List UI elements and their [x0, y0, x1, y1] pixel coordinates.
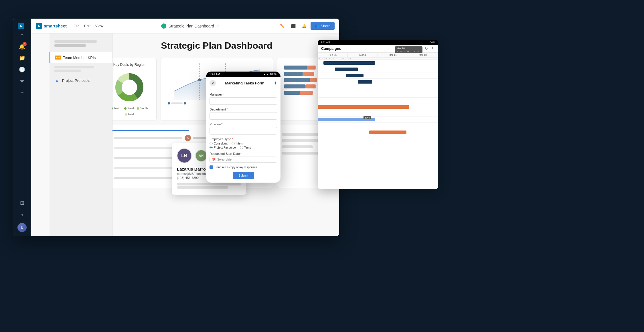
team-kpis-label: Team Member KPIs: [63, 56, 96, 60]
day-f1: F: [325, 58, 328, 60]
menu-edit[interactable]: Edit: [84, 24, 90, 28]
sidebar-item-add[interactable]: +: [17, 87, 27, 98]
notify-icon-btn[interactable]: 🔔: [300, 22, 308, 30]
globe-icon: 🌐: [161, 23, 166, 29]
gantt-row-9: [318, 110, 438, 116]
gantt-month-headers: Feb 25 Mar 4 Mar 11 Mar 18: [318, 53, 438, 58]
sidebar-item-recent[interactable]: 🕐: [17, 64, 27, 75]
department-input[interactable]: [210, 112, 277, 120]
day-t3: T: [345, 58, 349, 60]
menu-file[interactable]: File: [74, 24, 80, 28]
panel-item-project-protocols[interactable]: ▲ Project Protocols: [50, 75, 112, 86]
present-icon-btn[interactable]: ⬛: [289, 22, 297, 30]
gantt-row-11: [318, 123, 438, 129]
extra-bar-3: [282, 145, 313, 148]
sidebar-item-folders[interactable]: 📁: [17, 53, 27, 63]
radio-consultant[interactable]: Consultant: [210, 142, 228, 145]
submit-button[interactable]: Submit: [233, 172, 254, 179]
mobile-form-title: Marketing Tasks Form: [216, 81, 274, 85]
side-panel: KPI Team Member KPIs ▲ Project Protocols: [50, 33, 112, 236]
app-logo: S: [18, 23, 24, 29]
legend-dot-south: [137, 107, 139, 110]
sidebar-item-help[interactable]: ?: [17, 210, 27, 221]
edit-icon-btn[interactable]: ✏️: [278, 22, 287, 30]
wifi-icon: ▲▲: [263, 73, 269, 76]
panel-item-team-kpis[interactable]: KPI Team Member KPIs: [50, 52, 112, 63]
date-placeholder: Select date: [217, 158, 232, 161]
gantt-refresh-icon[interactable]: ↻: [425, 46, 428, 51]
radio-circle-intern: [232, 142, 235, 145]
mobile-form: 9:41 AM ▲▲ 100% ✕ Marketing Tasks Form ⬆…: [206, 72, 280, 183]
extra-bar-2: [282, 139, 320, 142]
radio-row-2: Project Resource Temp: [210, 146, 277, 149]
employee-type-label: Employee Type *: [210, 137, 277, 141]
gantt-body: Feb 25 Mar 4 Mar 11 Mar 18 W T F S S M T…: [318, 53, 438, 187]
copy-responses-checkbox[interactable]: ✓: [210, 165, 213, 169]
svg-rect-16: [310, 78, 317, 82]
svg-rect-20: [300, 91, 313, 95]
radio-row-1: Consultant Intern: [210, 142, 277, 145]
gantt-row-12: [318, 129, 438, 135]
gantt-month-mar11: Mar 11: [378, 53, 408, 57]
profile-secondary-avatar-1: AK: [195, 150, 207, 162]
radio-circle-consultant: [210, 142, 213, 145]
gantt-row-6: [318, 91, 438, 98]
manager-input[interactable]: [210, 97, 277, 105]
mobile-header: ✕ Marketing Tasks Form ⬆: [206, 77, 280, 89]
gantt-more-icon[interactable]: ⋮: [431, 46, 434, 51]
mobile-close-button[interactable]: ✕: [210, 80, 216, 86]
gantt-bars-grid: 50%: [318, 60, 438, 135]
sidebar-item-notifications[interactable]: 🔔 3: [17, 42, 27, 52]
profile-ph-bar-2: [177, 186, 228, 189]
gantt-day-headers: W T F S S M T W T F ...: [318, 58, 438, 60]
gantt-title: Campaigns: [321, 46, 341, 51]
gantt-bar-2: [335, 68, 358, 71]
sidebar-item-home[interactable]: ⌂: [17, 30, 27, 40]
day-t1: T: [321, 58, 325, 60]
table-row: ⚑ A: [107, 133, 210, 143]
gantt-progress-badge: 50%: [364, 116, 371, 119]
svg-rect-18: [305, 84, 315, 88]
mobile-status-icons: ▲▲ 100%: [263, 73, 277, 76]
gantt-row-2: [318, 66, 438, 72]
date-picker[interactable]: 📅 Select date: [210, 157, 277, 163]
row-avatar-1: A: [185, 135, 191, 141]
gantt-bar-3: [346, 74, 364, 77]
notification-badge: 3: [23, 42, 27, 46]
radio-circle-temp: [240, 146, 243, 149]
radio-intern[interactable]: Intern: [232, 142, 243, 145]
mobile-status-bar: 9:41 AM ▲▲ 100%: [206, 72, 280, 77]
svg-rect-17: [284, 84, 305, 88]
favorite-star-icon[interactable]: ☆: [216, 24, 220, 28]
day-m1: M: [335, 58, 338, 60]
radio-project-resource[interactable]: Project Resource: [210, 146, 236, 149]
gantt-date-marker: Mar 18 SMTWTFS: [395, 53, 422, 53]
mobile-form-body: Manager * Department * Position * Employ…: [206, 89, 280, 183]
sidebar-item-grid[interactable]: ⊞: [17, 198, 27, 208]
mobile-share-icon[interactable]: ⬆: [274, 81, 277, 85]
topbar: S smartsheet File Edit View 🌐 Strategic …: [31, 19, 339, 33]
manager-label: Manager *: [210, 93, 277, 96]
calendar-icon: 📅: [212, 158, 216, 161]
sidebar-item-favorites[interactable]: ★: [17, 76, 27, 86]
user-avatar[interactable]: U: [17, 223, 27, 232]
share-button[interactable]: 👥 Share: [311, 22, 335, 30]
department-label: Department *: [210, 108, 277, 111]
manager-required: *: [222, 93, 224, 96]
copy-responses-checkbox-row: ✓ Send me a copy of my responses: [210, 165, 277, 169]
donut-container: North West South: [107, 70, 152, 116]
share-icon: 👥: [315, 24, 319, 28]
radio-temp[interactable]: Temp: [240, 146, 251, 149]
svg-point-5: [122, 80, 137, 95]
menu-view[interactable]: View: [95, 24, 103, 28]
gantt-bar-4: [358, 80, 372, 84]
gantt-row-7: [318, 98, 438, 104]
topbar-center: 🌐 Strategic Plan Dashboard ☆: [108, 23, 273, 29]
profile-main-avatar: LB: [177, 148, 192, 163]
position-input[interactable]: [210, 127, 277, 135]
gantt-row-3: [318, 72, 438, 79]
sidebar-bottom: ⊞ ? U: [17, 198, 27, 232]
gantt-month-mar4: Mar 4: [348, 53, 378, 57]
chart-slider[interactable]: [171, 102, 183, 104]
brand-logo-icon: S: [36, 23, 42, 29]
